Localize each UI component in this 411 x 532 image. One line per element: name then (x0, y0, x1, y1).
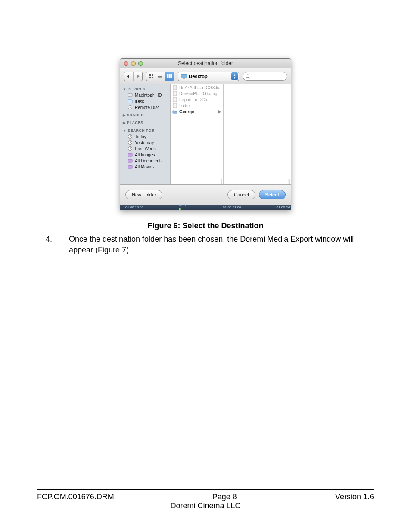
sidebar-header-shared[interactable]: ▶ SHARED (120, 112, 170, 118)
sidebar-item-past-week[interactable]: Past Week (120, 146, 170, 152)
sidebar-item-label: Yesterday (135, 140, 154, 145)
svg-rect-35 (173, 103, 177, 108)
sidebar-item-idisk[interactable]: iDisk (120, 98, 170, 104)
triangle-right-icon (136, 75, 140, 78)
svg-rect-5 (152, 77, 153, 78)
column-view-button[interactable] (165, 72, 174, 81)
grid-icon (149, 74, 153, 78)
background-timeline: 01:00:15:00 01:00 ▮ 01:00:21:00 01:00:24… (120, 205, 291, 210)
icon-view-button[interactable] (146, 72, 156, 81)
sidebar-header-search-for[interactable]: ▼ SEARCH FOR (120, 128, 170, 134)
file-label: Export To DCp (179, 97, 207, 102)
file-icon (172, 97, 177, 102)
desktop-icon (181, 74, 187, 79)
smart-folder-icon (127, 152, 133, 157)
sidebar-item-label: Past Week (135, 146, 156, 151)
toolbar: Desktop ▲▼ (120, 68, 291, 84)
svg-point-19 (130, 107, 131, 108)
clock-icon (127, 146, 133, 151)
figure-caption: Figure 6: Select the Destination (37, 221, 374, 230)
hard-disk-icon (127, 93, 133, 98)
popup-stepper-icon: ▲▼ (231, 72, 238, 80)
step-paragraph: 4. Once the destination folder has been … (37, 234, 374, 255)
list-view-button[interactable] (156, 72, 165, 81)
column-resize-handle-icon[interactable]: ǁ (288, 179, 290, 184)
sidebar-item-all-documents[interactable]: All Documents (120, 158, 170, 164)
figure-container: Select destination folder (37, 58, 374, 210)
svg-rect-17 (128, 100, 132, 103)
svg-rect-11 (171, 74, 172, 78)
file-icon (172, 85, 177, 90)
svg-rect-7 (158, 76, 162, 77)
nav-back-forward (124, 72, 143, 81)
forward-button[interactable] (134, 72, 143, 81)
search-icon (246, 74, 250, 79)
sidebar-item-today[interactable]: Today (120, 134, 170, 140)
sidebar-item-all-images[interactable]: All Images (120, 152, 170, 158)
sidebar-item-label: All Movies (135, 165, 155, 169)
titlebar: Select destination folder (120, 59, 291, 68)
file-item[interactable]: BnZ7A3B...in.OSX.lic (171, 84, 223, 90)
clock-icon (127, 140, 133, 145)
button-label: New Folder (132, 192, 156, 197)
sidebar: ▼ DEVICES Macintosh HD iDisk (120, 84, 171, 184)
window-title: Select destination folder (120, 60, 291, 66)
view-mode-segment (146, 72, 174, 81)
search-field[interactable] (243, 72, 287, 81)
footer-doc-id: FCP.OM.001676.DRM (37, 492, 114, 501)
page-footer: FCP.OM.001676.DRM Page 8 Version 1.6 Dor… (37, 489, 374, 510)
list-icon (158, 74, 162, 78)
disclosure-right-icon: ▶ (123, 113, 125, 117)
svg-rect-34 (173, 97, 177, 102)
sidebar-header-label: DEVICES (128, 87, 146, 91)
file-icon (172, 91, 177, 96)
timecode: 01:00:21:00 (223, 205, 241, 209)
svg-rect-13 (183, 78, 185, 79)
svg-rect-29 (128, 153, 132, 156)
svg-rect-6 (158, 75, 162, 75)
select-button[interactable]: Select (259, 190, 286, 199)
new-folder-button[interactable]: New Folder (125, 190, 162, 199)
disclosure-down-icon: ▼ (123, 87, 126, 91)
disclosure-right-icon: ▶ (123, 121, 125, 125)
file-label: BnZ7A3B...in.OSX.lic (179, 85, 220, 90)
sidebar-item-yesterday[interactable]: Yesterday (120, 140, 170, 146)
sidebar-header-devices[interactable]: ▼ DEVICES (120, 86, 170, 92)
svg-rect-33 (173, 91, 177, 96)
sidebar-item-label: Remote Disc (135, 105, 159, 110)
back-button[interactable] (124, 72, 134, 81)
location-popup[interactable]: Desktop ▲▼ (178, 72, 239, 81)
chevron-right-icon: ▶ (218, 109, 221, 114)
sidebar-item-all-movies[interactable]: All Movies (120, 164, 170, 170)
file-item[interactable]: DoremiPl....0.6.dmg (171, 90, 223, 96)
file-item[interactable]: Export To DCp (171, 96, 223, 103)
sidebar-item-remote-disc[interactable]: Remote Disc (120, 104, 170, 110)
timecode: 01:00:24:00 (277, 205, 291, 209)
folder-item-george[interactable]: George ▶ (171, 109, 223, 115)
location-label: Desktop (189, 74, 230, 79)
timecode: 01:00 ▮ (179, 203, 187, 210)
svg-rect-9 (167, 74, 169, 78)
document-page: Select destination folder (0, 0, 411, 532)
folder-icon (172, 109, 177, 114)
file-label: DoremiPl....0.6.dmg (179, 91, 217, 96)
remote-disc-icon (127, 105, 133, 110)
svg-rect-4 (149, 77, 151, 78)
footer-page: Page 8 (212, 492, 237, 501)
file-item[interactable]: finder (171, 103, 223, 109)
column-2: ǁ (224, 84, 291, 184)
sidebar-header-places[interactable]: ▶ PLACES (120, 120, 170, 126)
sidebar-header-label: PLACES (127, 121, 143, 125)
cancel-button[interactable]: Cancel (227, 190, 255, 199)
disclosure-down-icon: ▼ (123, 129, 126, 133)
svg-marker-0 (127, 75, 129, 78)
columns-icon (167, 74, 172, 78)
sidebar-item-macintosh-hd[interactable]: Macintosh HD (120, 92, 170, 98)
sidebar-item-label: Macintosh HD (135, 93, 162, 98)
dialog-body: ▼ DEVICES Macintosh HD iDisk (120, 84, 291, 184)
svg-marker-1 (137, 75, 140, 78)
column-resize-handle-icon[interactable]: ǁ (221, 179, 222, 184)
button-label: Cancel (234, 192, 249, 197)
file-icon (172, 103, 177, 108)
column-view: BnZ7A3B...in.OSX.lic DoremiPl....0.6.dmg (171, 84, 291, 184)
